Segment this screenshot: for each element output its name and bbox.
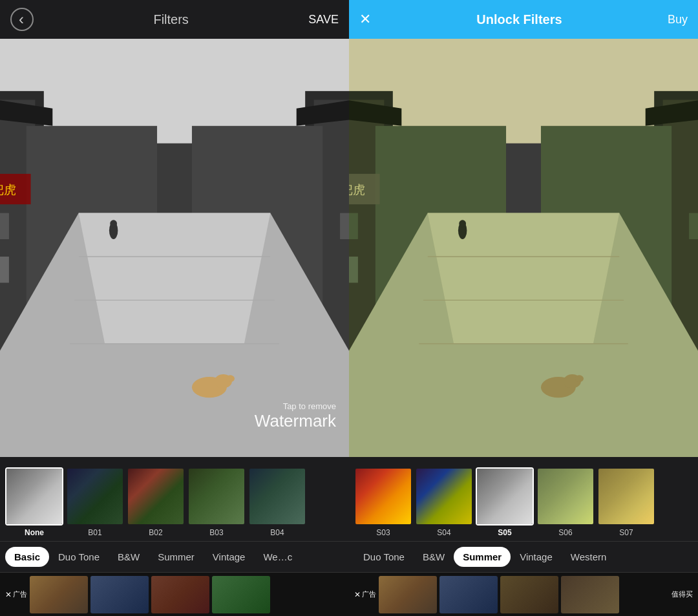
right-category-western[interactable]: Western — [562, 547, 616, 567]
svg-point-44 — [564, 374, 581, 388]
right-category-bw[interactable]: B&W — [414, 547, 454, 567]
right-category-summer[interactable]: Summer — [454, 547, 511, 567]
right-category-duo-tone[interactable]: Duo Tone — [354, 547, 414, 567]
category-vintage[interactable]: Vintage — [204, 547, 255, 567]
svg-rect-50 — [689, 213, 698, 239]
right-ad-text: 广告 — [362, 589, 376, 599]
svg-point-53 — [459, 220, 466, 227]
filter-thumb-b01[interactable]: B01 — [66, 467, 124, 537]
svg-rect-29 — [349, 100, 384, 430]
svg-rect-0 — [0, 39, 349, 143]
filter-label-none: None — [25, 528, 44, 537]
category-summer[interactable]: Summer — [149, 547, 204, 567]
category-bw[interactable]: B&W — [109, 547, 149, 567]
svg-point-52 — [458, 222, 467, 239]
svg-rect-8 — [192, 126, 323, 387]
filter-thumb-none[interactable]: None — [5, 467, 63, 537]
filter-label-s07: S07 — [619, 528, 633, 537]
filter-thumb-s06[interactable]: S06 — [536, 467, 595, 537]
right-title: Unlock Filters — [476, 12, 562, 27]
svg-rect-23 — [340, 213, 349, 239]
svg-rect-28 — [349, 91, 393, 457]
filter-thumb-s04[interactable]: S04 — [415, 467, 473, 537]
svg-rect-32 — [663, 100, 698, 430]
left-ad-label: ✕ 广告 — [5, 589, 27, 599]
back-button[interactable] — [10, 8, 34, 31]
filter-label-b01: B01 — [88, 528, 101, 537]
filter-thumb-image-b01 — [66, 467, 124, 526]
watermark-tap-text: Tap to remove — [255, 401, 336, 411]
right-ad-thumb-4[interactable] — [561, 576, 619, 613]
filter-thumb-s07[interactable]: S07 — [597, 467, 655, 537]
svg-rect-9 — [0, 174, 31, 204]
right-close-button[interactable]: ✕ — [359, 11, 371, 28]
svg-text:七星把虎: 七星把虎 — [349, 183, 365, 196]
filter-label-b03: B03 — [209, 528, 223, 537]
svg-rect-36 — [349, 174, 380, 204]
filter-thumb-image-none — [5, 467, 63, 526]
left-ad-bar: ✕ 广告 — [0, 572, 349, 616]
svg-rect-35 — [541, 126, 672, 387]
filter-thumb-b03[interactable]: B03 — [187, 467, 246, 537]
svg-marker-33 — [646, 91, 698, 126]
filter-thumb-b04[interactable]: B04 — [248, 467, 306, 537]
svg-rect-1 — [0, 91, 44, 457]
right-ad-thumb-2[interactable] — [439, 576, 498, 613]
right-panel: ✕ Unlock Filters Buy 七星把虎 — [349, 0, 698, 616]
save-button[interactable]: SAVE — [308, 13, 339, 27]
watermark-overlay[interactable]: Tap to remove Watermark — [255, 401, 336, 431]
filter-thumb-image-s04 — [415, 467, 473, 526]
svg-rect-2 — [0, 100, 35, 430]
right-ad-thumbs — [379, 576, 666, 613]
filter-thumb-image-s03 — [354, 467, 412, 526]
filter-label-b04: B04 — [270, 528, 284, 537]
right-category-vintage[interactable]: Vintage — [511, 547, 562, 567]
svg-point-25 — [109, 222, 118, 239]
svg-point-26 — [110, 220, 117, 227]
right-ad-close[interactable]: ✕ — [354, 590, 361, 599]
left-ad-text: 广告 — [13, 589, 27, 599]
left-filter-thumbnails: None B01 B02 B03 — [0, 463, 349, 541]
filter-label-s03: S03 — [376, 528, 390, 537]
left-title: Filters — [153, 12, 188, 27]
svg-point-16 — [192, 377, 227, 398]
svg-point-17 — [215, 374, 232, 388]
right-brand-text: 值得买 — [672, 589, 693, 599]
category-western[interactable]: We…c — [254, 547, 301, 567]
right-ad-thumb-1[interactable] — [379, 576, 437, 613]
svg-point-43 — [541, 377, 576, 398]
left-ad-thumb-1[interactable] — [30, 576, 88, 613]
svg-rect-47 — [349, 213, 358, 239]
left-ad-thumb-2[interactable] — [90, 576, 149, 613]
right-ad-bar: ✕ 广告 值得买 — [349, 572, 698, 616]
svg-marker-38 — [349, 213, 698, 457]
svg-marker-39 — [428, 213, 620, 344]
filter-thumb-s03[interactable]: S03 — [354, 467, 412, 537]
watermark-main-text: Watermark — [255, 411, 336, 431]
left-header: Filters SAVE — [0, 0, 349, 39]
filter-label-b02: B02 — [149, 528, 162, 537]
svg-rect-20 — [0, 213, 9, 239]
svg-marker-12 — [79, 213, 271, 344]
filter-thumb-image-s06 — [536, 467, 595, 526]
svg-rect-31 — [654, 91, 698, 457]
left-filter-categories: Basic Duo Tone B&W Summer Vintage We…c — [0, 541, 349, 572]
left-ad-thumb-4[interactable] — [212, 576, 270, 613]
filter-thumb-s05[interactable]: S05 — [476, 467, 534, 537]
svg-rect-22 — [0, 257, 9, 282]
filter-thumb-b02[interactable]: B02 — [127, 467, 185, 537]
buy-button[interactable]: Buy — [668, 13, 688, 27]
category-duo-tone[interactable]: Duo Tone — [49, 547, 109, 567]
svg-rect-7 — [26, 126, 157, 387]
filter-label-s06: S06 — [558, 528, 572, 537]
svg-rect-34 — [375, 126, 506, 387]
filter-thumb-image-b02 — [127, 467, 185, 526]
filter-label-s04: S04 — [437, 528, 450, 537]
category-basic[interactable]: Basic — [5, 547, 49, 567]
right-filter-categories: Duo Tone B&W Summer Vintage Western — [349, 541, 698, 572]
left-ad-close[interactable]: ✕ — [5, 590, 12, 599]
right-ad-thumb-3[interactable] — [500, 576, 558, 613]
left-ad-thumb-3[interactable] — [151, 576, 209, 613]
svg-rect-27 — [349, 39, 698, 143]
svg-marker-6 — [297, 91, 349, 126]
